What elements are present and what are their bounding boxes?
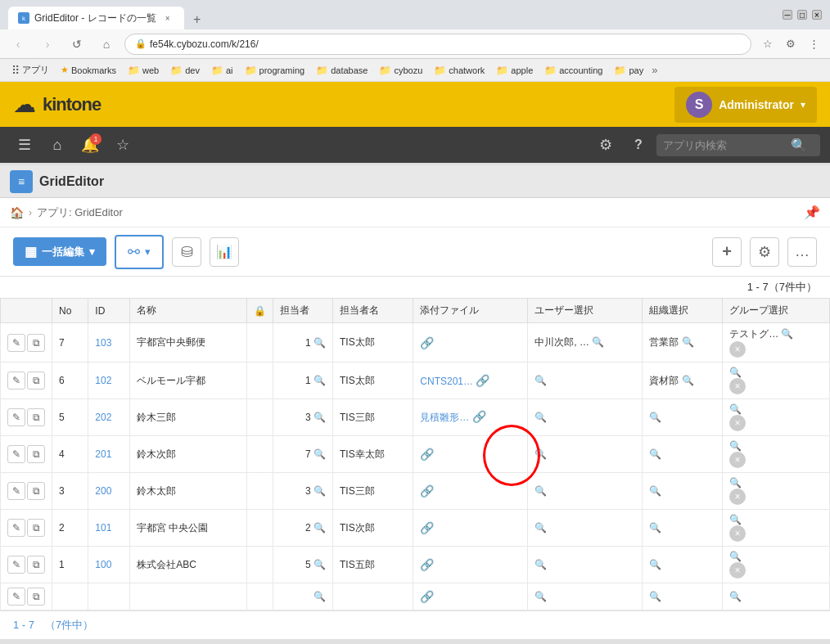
active-tab[interactable]: k GridEditor - レコードの一覧 × [8,7,184,29]
forward-button[interactable]: › [36,33,59,56]
bookmark-bookmarks[interactable]: ★ Bookmarks [56,63,121,77]
col-header-assignee-name[interactable]: 担当者名 [333,299,413,323]
user-search-icon[interactable]: 🔍 [535,448,547,460]
row-id[interactable]: 201 [88,436,130,473]
pin-icon[interactable]: 📌 [804,205,820,220]
record-id-link[interactable]: 100 [95,559,111,570]
bookmark-programing[interactable]: 📁 programing [240,63,310,78]
row-id[interactable]: 101 [88,510,130,547]
notification-button[interactable]: 🔔 1 [75,130,105,160]
group-search-icon[interactable]: 🔍 [781,328,793,340]
help-button[interactable]: ? [624,130,653,160]
attachment-link[interactable]: CNTS201… [420,376,473,387]
org-search-icon[interactable]: 🔍 [649,559,661,570]
remove-group-button[interactable]: × [729,452,746,468]
assignee-search-icon[interactable]: 🔍 [314,485,326,497]
col-header-attachment[interactable]: 添付ファイル [413,299,528,323]
bookmark-apps[interactable]: ⠿ アプリ [7,62,54,79]
app-settings-button[interactable]: ⚙ [750,237,779,267]
org-search-icon[interactable]: 🔍 [649,485,661,497]
user-search-icon[interactable]: 🔍 [535,412,547,423]
search-button[interactable]: 🔍 [791,137,807,153]
assignee-search-icon[interactable]: 🔍 [314,375,326,386]
copy-row-button[interactable]: ⧉ [27,556,45,574]
copy-row-button[interactable]: ⧉ [27,445,45,463]
group-search-icon[interactable]: 🔍 [729,403,742,415]
edit-mode-button[interactable]: ▦ 一括編集 ▾ [13,237,106,266]
bookmark-ai[interactable]: 📁 ai [206,63,238,78]
record-id-link[interactable]: 103 [95,337,111,349]
remove-group-button[interactable]: × [729,415,746,431]
new-tab-button[interactable]: + [187,10,207,29]
home-button[interactable]: ⌂ [95,33,118,56]
user-search-icon[interactable]: 🔍 [535,591,547,602]
group-search-icon[interactable]: 🔍 [729,477,742,489]
assignee-search-icon[interactable]: 🔍 [314,591,326,602]
extensions-icon[interactable]: ⚙ [781,34,801,54]
group-search-icon[interactable]: 🔍 [729,440,742,452]
group-search-icon[interactable]: 🔍 [729,551,742,562]
user-search-icon[interactable]: 🔍 [535,522,547,534]
remove-group-button[interactable]: × [729,525,746,542]
record-id-link[interactable]: 101 [95,522,111,534]
edit-row-button[interactable]: ✎ [7,372,25,390]
bookmark-chatwork[interactable]: 📁 chatwork [429,63,489,78]
col-header-name[interactable]: 名称 [130,299,247,323]
bookmark-pay[interactable]: 📁 pay [609,63,648,78]
user-search-icon[interactable]: 🔍 [535,559,547,570]
assignee-search-icon[interactable]: 🔍 [314,522,326,534]
edit-row-button[interactable]: ✎ [7,482,25,500]
assignee-search-icon[interactable]: 🔍 [314,448,326,460]
menu-icon[interactable]: ⋮ [804,34,823,54]
record-id-link[interactable]: 200 [95,485,111,497]
bookmark-web[interactable]: 📁 web [123,63,164,78]
user-search-icon[interactable]: 🔍 [535,375,547,386]
record-id-link[interactable]: 102 [95,375,111,386]
row-id[interactable] [88,583,130,610]
copy-row-button[interactable]: ⧉ [27,519,45,537]
app-search-box[interactable]: 🔍 [656,134,820,156]
bookmark-cybozu[interactable]: 📁 cybozu [374,63,427,78]
edit-row-button[interactable]: ✎ [7,408,25,426]
menu-toggle-button[interactable]: ☰ [10,130,39,160]
col-header-no[interactable]: No [52,299,88,323]
favorites-button[interactable]: ☆ [108,130,138,160]
breadcrumb-home-icon[interactable]: 🏠 [10,206,24,219]
edit-row-button[interactable]: ✎ [7,445,25,463]
assignee-search-icon[interactable]: 🔍 [314,559,326,570]
org-search-icon[interactable]: 🔍 [649,448,661,460]
star-icon[interactable]: ☆ [758,34,778,54]
attachment-link[interactable]: 見積雛形… [420,412,469,423]
row-id[interactable]: 200 [88,473,130,510]
back-button[interactable]: ‹ [7,33,29,56]
user-search-icon[interactable]: 🔍 [535,485,547,497]
search-input[interactable] [663,139,786,151]
assignee-search-icon[interactable]: 🔍 [314,412,326,423]
remove-group-button[interactable]: × [729,489,746,505]
record-id-link[interactable]: 201 [95,448,111,460]
copy-row-button[interactable]: ⧉ [27,482,45,500]
remove-group-button[interactable]: × [729,341,746,358]
assignee-search-icon[interactable]: 🔍 [314,337,326,349]
col-header-org-select[interactable]: 組織選択 [643,299,723,323]
row-id[interactable]: 103 [88,323,130,363]
copy-row-button[interactable]: ⧉ [27,334,45,352]
org-search-icon[interactable]: 🔍 [682,375,694,386]
horizontal-scrollbar[interactable] [0,639,830,644]
remove-group-button[interactable]: × [729,562,746,579]
bookmark-accounting[interactable]: 📁 accounting [539,63,607,78]
more-actions-button[interactable]: … [787,237,817,267]
row-id[interactable]: 102 [88,363,130,399]
col-header-assignee-num[interactable]: 担当者 [273,299,333,323]
settings-nav-button[interactable]: ⚙ [591,130,620,160]
maximize-button[interactable]: □ [797,10,807,20]
group-search-icon[interactable]: 🔍 [729,367,742,378]
remove-group-button[interactable]: × [729,378,746,394]
row-id[interactable]: 100 [88,547,130,583]
col-header-group-select[interactable]: グループ選択 [723,299,830,323]
row-id[interactable]: 202 [88,399,130,436]
home-nav-button[interactable]: ⌂ [43,130,72,160]
copy-row-button[interactable]: ⧉ [27,588,45,606]
bookmark-dev[interactable]: 📁 dev [165,63,205,78]
edit-row-button[interactable]: ✎ [7,556,25,574]
